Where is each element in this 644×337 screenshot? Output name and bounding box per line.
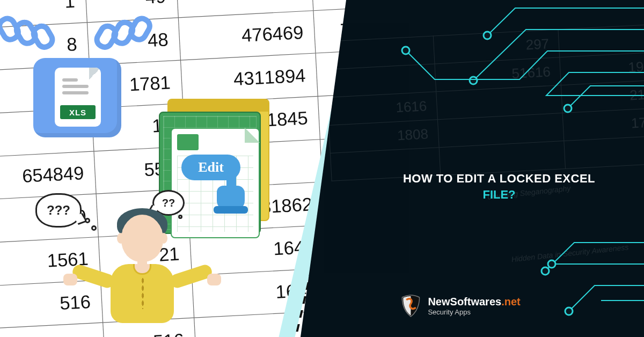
brand-name: NewSoftwares [428,296,501,307]
question-marks: ??? [47,203,70,218]
ghost-text: Hidden Data in Security Awareness [511,243,629,263]
brand-tld: .net [501,296,521,307]
banner-stage: 149138430 8484764697 6178143118945 16184… [0,0,644,337]
right-panel: 297 516161973 16162166 18081781 16 Unvei… [301,0,644,337]
lock-xls-icon: XLS [13,0,136,145]
page-title: HOW TO EDIT A LOCKED EXCEL FILE? [386,172,612,202]
confused-person-icon [75,205,209,337]
title-line-1: HOW TO EDIT A LOCKED EXCEL [386,172,612,186]
brand-block: NewSoftwares.net Security Apps [400,294,520,318]
brand-text: NewSoftwares.net Security Apps [428,296,520,316]
brand-shield-icon [400,294,421,318]
title-line-2: FILE? [386,188,612,202]
xls-file-icon: XLS [55,68,101,127]
brand-tagline: Security Apps [428,309,520,316]
xls-badge: XLS [60,105,96,119]
pointer-hand-icon [215,171,252,219]
